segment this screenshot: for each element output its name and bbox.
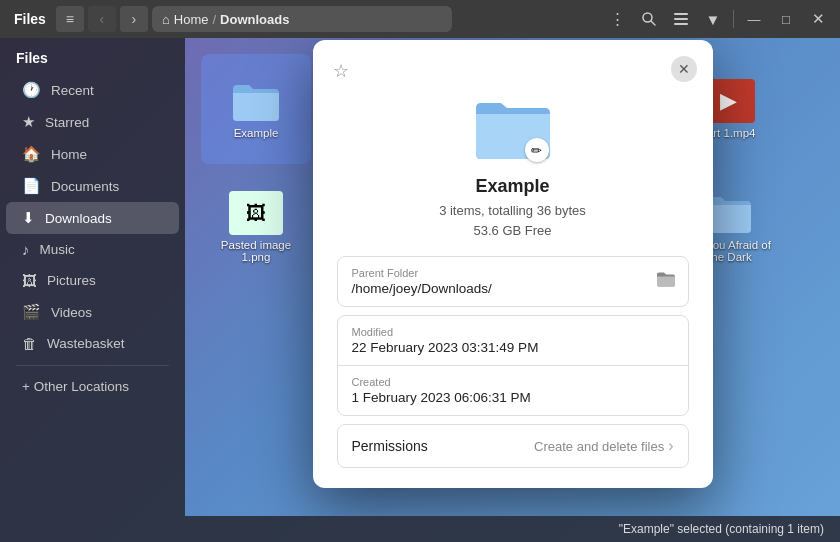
sidebar-item-wastebasket[interactable]: 🗑 Wastebasket: [6, 328, 179, 359]
titlebar: Files ≡ ‹ › ⌂ Home / Downloads ⋮ ▼ —: [0, 0, 840, 38]
sidebar-item-starred[interactable]: ★ Starred: [6, 106, 179, 138]
sidebar-label-starred: Starred: [45, 115, 89, 130]
home-icon: 🏠: [22, 145, 41, 163]
minimize-button[interactable]: —: [740, 6, 768, 32]
content-area: Example 📊 VHS Actions_Patte rns.pat 🖼 ma…: [185, 38, 840, 516]
sidebar-label-pictures: Pictures: [47, 273, 96, 288]
star-button[interactable]: ☆: [329, 56, 353, 86]
sidebar-item-music[interactable]: ♪ Music: [6, 234, 179, 265]
breadcrumb: ⌂ Home / Downloads: [152, 6, 452, 32]
search-icon: [641, 11, 657, 27]
dates-field: Modified 22 February 2023 03:31:49 PM Cr…: [337, 315, 689, 416]
sidebar-item-other-locations[interactable]: + Other Locations: [6, 372, 179, 401]
sidebar-label-music: Music: [40, 242, 75, 257]
sidebar-label-home: Home: [51, 147, 87, 162]
edit-badge: ✏: [525, 138, 549, 162]
sidebar-label-wastebasket: Wastebasket: [47, 336, 125, 351]
search-button[interactable]: [635, 6, 663, 32]
sidebar-label-recent: Recent: [51, 83, 94, 98]
modified-label: Modified: [352, 326, 674, 338]
sort-button[interactable]: ▼: [699, 6, 727, 32]
other-locations-label: + Other Locations: [22, 379, 129, 394]
main-area: Files 🕐 Recent ★ Starred 🏠 Home 📄 Docume…: [0, 38, 840, 516]
modal-header: ☆ ✕: [313, 40, 713, 86]
sidebar-label-documents: Documents: [51, 179, 119, 194]
permissions-row[interactable]: Permissions Create and delete files ›: [337, 424, 689, 468]
svg-line-1: [651, 21, 655, 25]
sidebar-item-downloads[interactable]: ⬇ Downloads: [6, 202, 179, 234]
hamburger-button[interactable]: ≡: [56, 6, 84, 32]
created-field: Created 1 February 2023 06:06:31 PM: [338, 365, 688, 415]
svg-rect-2: [674, 13, 688, 15]
trash-icon: 🗑: [22, 335, 37, 352]
svg-rect-3: [674, 18, 688, 20]
window-close-button[interactable]: ✕: [804, 6, 832, 32]
app-title: Files: [8, 11, 52, 27]
sidebar: Files 🕐 Recent ★ Starred 🏠 Home 📄 Docume…: [0, 38, 185, 516]
more-button[interactable]: ⋮: [603, 6, 631, 32]
open-folder-icon: [656, 271, 676, 292]
chevron-right-icon: ›: [668, 437, 673, 455]
statusbar: "Example" selected (containing 1 item): [0, 516, 840, 542]
statusbar-text: "Example" selected (containing 1 item): [619, 522, 824, 536]
sidebar-divider: [16, 365, 169, 366]
modal-body: ✏ Example 3 items, totalling 36 bytes 53…: [313, 86, 713, 488]
breadcrumb-home-icon: ⌂: [162, 12, 170, 27]
pencil-icon: ✏: [531, 143, 542, 158]
sidebar-title: Files: [0, 46, 185, 74]
parent-folder-value: /home/joey/Downloads/: [352, 281, 674, 296]
starred-icon: ★: [22, 113, 35, 131]
permissions-value-row: Create and delete files ›: [534, 437, 673, 455]
separator: [733, 10, 734, 28]
modal-subtitle-free: 53.6 GB Free: [473, 221, 551, 241]
permissions-value: Create and delete files: [534, 439, 664, 454]
music-icon: ♪: [22, 241, 30, 258]
recent-icon: 🕐: [22, 81, 41, 99]
permissions-label: Permissions: [352, 438, 428, 454]
modal-subtitle-items: 3 items, totalling 36 bytes: [439, 201, 586, 221]
back-button[interactable]: ‹: [88, 6, 116, 32]
sidebar-label-videos: Videos: [51, 305, 92, 320]
parent-folder-label: Parent Folder: [352, 267, 674, 279]
created-label: Created: [352, 376, 674, 388]
modal-title: Example: [475, 176, 549, 197]
svg-rect-4: [674, 23, 688, 25]
downloads-icon: ⬇: [22, 209, 35, 227]
modified-field: Modified 22 February 2023 03:31:49 PM: [338, 316, 688, 365]
created-value: 1 February 2023 06:06:31 PM: [352, 390, 674, 405]
breadcrumb-current: Downloads: [220, 12, 289, 27]
parent-folder-field: Parent Folder /home/joey/Downloads/: [337, 256, 689, 307]
modal-overlay: ☆ ✕ ✏ Example: [185, 38, 840, 490]
sidebar-item-home[interactable]: 🏠 Home: [6, 138, 179, 170]
sidebar-item-pictures[interactable]: 🖼 Pictures: [6, 265, 179, 296]
sidebar-title-text: Files: [16, 50, 48, 66]
modal-folder-icon-container: ✏: [473, 94, 553, 164]
titlebar-left: Files ≡ ‹ › ⌂ Home / Downloads: [8, 6, 599, 32]
breadcrumb-sep: /: [212, 12, 216, 27]
modified-value: 22 February 2023 03:31:49 PM: [352, 340, 674, 355]
file-properties-modal: ☆ ✕ ✏ Example: [313, 40, 713, 488]
modal-close-button[interactable]: ✕: [671, 56, 697, 82]
pictures-icon: 🖼: [22, 272, 37, 289]
sidebar-label-downloads: Downloads: [45, 211, 112, 226]
sidebar-item-documents[interactable]: 📄 Documents: [6, 170, 179, 202]
breadcrumb-home[interactable]: Home: [174, 12, 209, 27]
titlebar-right: ⋮ ▼ — □ ✕: [603, 6, 832, 32]
sidebar-item-recent[interactable]: 🕐 Recent: [6, 74, 179, 106]
modal-fields: Parent Folder /home/joey/Downloads/: [337, 256, 689, 468]
documents-icon: 📄: [22, 177, 41, 195]
sidebar-item-videos[interactable]: 🎬 Videos: [6, 296, 179, 328]
maximize-button[interactable]: □: [772, 6, 800, 32]
list-icon: [673, 11, 689, 27]
view-toggle-button[interactable]: [667, 6, 695, 32]
forward-button[interactable]: ›: [120, 6, 148, 32]
videos-icon: 🎬: [22, 303, 41, 321]
